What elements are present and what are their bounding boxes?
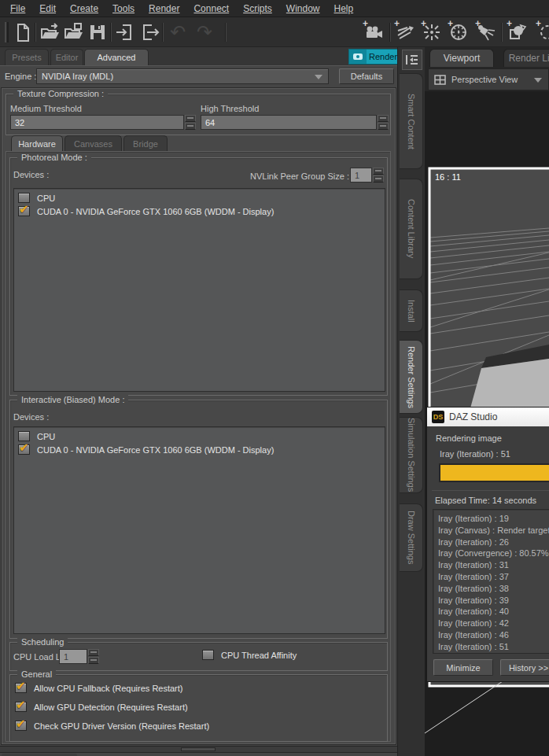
medium-threshold-label: Medium Threshold [10,104,82,113]
menu-window[interactable]: Window [279,2,327,16]
render-button[interactable]: Render [348,49,400,65]
interactive-devices-label: Devices : [13,412,49,422]
tab-advanced[interactable]: Advanced [84,49,149,65]
defaults-button[interactable]: Defaults [339,68,394,84]
check-gpu-driver-row[interactable]: Check GPU Driver Version (Requires Resta… [15,721,209,731]
new-spotlight-icon[interactable] [475,20,497,44]
render-progress-bar [439,463,549,482]
render-log-list[interactable]: Iray (Iteration) : 19 Iray (Canvas) : Re… [433,509,549,654]
engine-dropdown[interactable]: NVIDIA Iray (MDL) [36,68,329,84]
new-linear-point-light-icon[interactable] [448,20,470,44]
photoreal-devices-list[interactable]: CPU CUDA 0 - NVIDIA GeForce GTX 1060 6GB… [13,188,385,392]
daz-studio-window: File Edit Create Tools Render Connect Sc… [0,0,549,756]
viewport-pane: Viewport Render Lib Perspective View 16 … [425,47,549,756]
new-null-icon[interactable] [536,20,549,44]
menu-file[interactable]: File [3,2,32,16]
allow-gpu-detection-row[interactable]: Allow GPU Detection (Requires Restart) [15,702,188,712]
open-file-icon[interactable] [39,20,61,44]
menu-render[interactable]: Render [142,2,186,16]
texture-compression-title: Texture Compression : [13,89,108,98]
elapsed-time-label: Elapsed Time: 14 seconds [435,496,536,505]
dock-tab-simulation-settings[interactable]: Simulation Settings [400,417,423,493]
import-file-icon[interactable] [114,20,136,44]
interactive-mode-title: Interactive (Biased) Mode : [17,395,128,404]
merge-file-icon[interactable] [63,20,85,44]
tab-render-library[interactable]: Render Lib [503,49,549,67]
device-row-cuda0[interactable]: CUDA 0 - NVIDIA GeForce GTX 1060 6GB (WD… [18,444,274,455]
dock-tab-install[interactable]: Install [400,289,423,332]
horizontal-splitter[interactable] [0,746,397,753]
dock-tab-render-settings[interactable]: Render Settings [400,340,423,414]
history-button[interactable]: History >> [500,659,549,676]
menu-create[interactable]: Create [63,2,105,16]
log-entry: Iray (Iteration) : 46 [438,629,549,641]
cpu-thread-affinity-row[interactable]: CPU Thread Affinity [202,650,297,660]
log-entry: Iray (Iteration) : 39 [438,595,549,607]
high-threshold-field[interactable]: 64 [201,115,377,130]
tab-editor[interactable]: Editor [50,49,83,65]
toolbar-separator [162,23,164,42]
tab-viewport[interactable]: Viewport [429,49,494,67]
toolbar-separator [389,23,391,42]
view-selector[interactable]: Perspective View [428,68,549,90]
export-file-icon[interactable] [138,20,160,44]
render-settings-tabbar: Presets Editor Advanced Render [0,47,397,66]
menu-help[interactable]: Help [327,2,361,16]
nvlink-spinner[interactable] [373,168,384,183]
dock-tab-strip: Smart Content Content Library Install Re… [397,47,425,756]
nvlink-field[interactable]: 1 [350,168,372,183]
scheduling-title: Scheduling [17,637,68,647]
medium-threshold-field[interactable]: 32 [10,115,184,130]
toolbar-drag-handle[interactable] [5,22,9,42]
log-entry: Iray (Iteration) : 38 [438,583,549,595]
progress-fill [440,465,549,481]
render-status-text: Rendering image [436,433,502,443]
dock-tab-draw-settings[interactable]: Draw Settings [400,503,423,572]
log-entry: Iray (Convergence) : 80.57% [438,548,549,559]
new-file-icon[interactable] [12,20,34,44]
high-threshold-spinner[interactable] [378,115,389,130]
new-point-light-icon[interactable] [421,20,443,44]
log-entry: Iray (Canvas) : Render target [438,525,549,537]
save-file-icon[interactable] [87,20,109,44]
check-gpu-driver-checkbox[interactable] [15,721,27,731]
dialog-title-bar[interactable]: DS DAZ Studio [427,408,549,426]
new-camera-icon[interactable] [363,20,385,44]
new-primitive-icon[interactable] [507,20,529,44]
cpu-load-limit-field[interactable]: 1 [59,649,87,664]
menu-scripts[interactable]: Scripts [236,2,279,16]
medium-threshold-spinner[interactable] [185,115,196,130]
chevron-down-icon [534,78,542,83]
splitter-grip[interactable] [181,747,216,751]
tab-hardware[interactable]: Hardware [11,135,63,152]
daz-logo-icon: DS [432,411,444,423]
allow-cpu-fallback-row[interactable]: Allow CPU Fallback (Requires Restart) [15,683,183,693]
tab-canvases[interactable]: Canvases [64,135,122,152]
menu-tools[interactable]: Tools [105,2,142,16]
cpu-load-limit-spinner[interactable] [88,649,99,664]
general-group: General Allow CPU Fallback (Requires Res… [9,674,388,742]
cuda0-checkbox[interactable] [18,206,30,216]
toolbar-separator [35,23,36,42]
engine-label: Engine : [5,72,36,81]
pane-menu-icon[interactable] [402,50,422,70]
allow-cpu-fallback-checkbox[interactable] [15,683,27,693]
menu-connect[interactable]: Connect [186,2,236,16]
menu-edit[interactable]: Edit [32,2,63,16]
interactive-devices-list[interactable]: CPU CUDA 0 - NVIDIA GeForce GTX 1060 6GB… [13,426,385,634]
device-row-cuda0[interactable]: CUDA 0 - NVIDIA GeForce GTX 1060 6GB (WD… [18,205,274,217]
cpu-thread-affinity-checkbox[interactable] [202,650,214,660]
chevron-down-icon [315,75,322,79]
tab-presets[interactable]: Presets [5,49,49,65]
tab-bridge[interactable]: Bridge [123,135,168,152]
log-entry: Iray (Iteration) : 19 [438,513,549,525]
cuda0-checkbox[interactable] [18,444,30,455]
log-entry: Iray (Iteration) : 31 [438,559,549,571]
dock-tab-smart-content[interactable]: Smart Content [400,73,423,169]
dock-tab-content-library[interactable]: Content Library [400,179,423,279]
new-distant-light-icon[interactable] [394,20,416,44]
render-camera-icon [349,50,367,64]
photoreal-devices-label: Devices : [13,170,49,179]
minimize-button[interactable]: Minimize [433,659,493,676]
allow-gpu-detection-checkbox[interactable] [15,702,27,712]
